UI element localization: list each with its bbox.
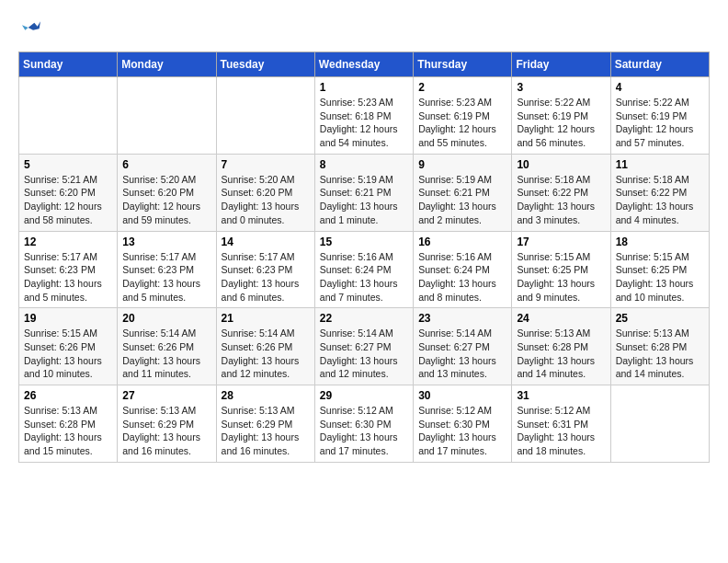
day-number: 3 — [517, 81, 605, 94]
calendar-day-cell: 29Sunrise: 5:12 AM Sunset: 6:30 PM Dayli… — [314, 385, 413, 463]
day-info: Sunrise: 5:14 AM Sunset: 6:27 PM Dayligh… — [320, 327, 408, 381]
weekday-header: Saturday — [610, 52, 709, 77]
day-number: 19 — [24, 312, 112, 325]
calendar-day-cell — [216, 77, 314, 155]
day-info: Sunrise: 5:17 AM Sunset: 6:23 PM Dayligh… — [222, 250, 310, 304]
calendar-week-row: 1Sunrise: 5:23 AM Sunset: 6:18 PM Daylig… — [19, 77, 710, 155]
day-number: 22 — [320, 312, 408, 325]
day-info: Sunrise: 5:13 AM Sunset: 6:28 PM Dayligh… — [616, 327, 704, 381]
day-info: Sunrise: 5:17 AM Sunset: 6:23 PM Dayligh… — [122, 250, 210, 304]
day-number: 18 — [616, 236, 704, 248]
day-info: Sunrise: 5:12 AM Sunset: 6:30 PM Dayligh… — [418, 404, 506, 458]
calendar-day-cell: 21Sunrise: 5:14 AM Sunset: 6:26 PM Dayli… — [216, 308, 314, 385]
day-number: 10 — [517, 158, 605, 171]
day-info: Sunrise: 5:19 AM Sunset: 6:21 PM Dayligh… — [320, 173, 408, 227]
calendar-day-cell: 22Sunrise: 5:14 AM Sunset: 6:27 PM Dayli… — [314, 308, 413, 385]
day-info: Sunrise: 5:13 AM Sunset: 6:28 PM Dayligh… — [24, 404, 112, 458]
day-info: Sunrise: 5:15 AM Sunset: 6:25 PM Dayligh… — [517, 250, 605, 304]
day-info: Sunrise: 5:14 AM Sunset: 6:26 PM Dayligh… — [122, 327, 210, 381]
day-info: Sunrise: 5:14 AM Sunset: 6:26 PM Dayligh… — [222, 327, 310, 381]
day-number: 25 — [616, 312, 704, 325]
calendar-day-cell: 6Sunrise: 5:20 AM Sunset: 6:20 PM Daylig… — [118, 154, 216, 231]
day-number: 9 — [418, 158, 506, 171]
calendar-day-cell — [610, 385, 709, 463]
svg-marker-0 — [28, 21, 40, 29]
calendar-day-cell: 31Sunrise: 5:12 AM Sunset: 6:31 PM Dayli… — [512, 385, 610, 463]
logo — [18, 18, 42, 37]
day-info: Sunrise: 5:16 AM Sunset: 6:24 PM Dayligh… — [320, 250, 408, 304]
calendar-day-cell: 4Sunrise: 5:22 AM Sunset: 6:19 PM Daylig… — [610, 77, 709, 155]
calendar-day-cell: 14Sunrise: 5:17 AM Sunset: 6:23 PM Dayli… — [216, 231, 314, 308]
day-number: 5 — [24, 158, 112, 171]
day-info: Sunrise: 5:17 AM Sunset: 6:23 PM Dayligh… — [24, 250, 112, 304]
day-info: Sunrise: 5:23 AM Sunset: 6:19 PM Dayligh… — [418, 96, 506, 150]
calendar-week-row: 5Sunrise: 5:21 AM Sunset: 6:20 PM Daylig… — [19, 154, 710, 231]
day-number: 23 — [418, 312, 506, 325]
day-number: 29 — [320, 389, 408, 402]
day-number: 1 — [320, 81, 408, 94]
day-info: Sunrise: 5:12 AM Sunset: 6:30 PM Dayligh… — [320, 404, 408, 458]
day-info: Sunrise: 5:21 AM Sunset: 6:20 PM Dayligh… — [24, 173, 112, 227]
day-number: 11 — [616, 158, 704, 171]
day-number: 28 — [222, 389, 310, 402]
calendar-day-cell: 15Sunrise: 5:16 AM Sunset: 6:24 PM Dayli… — [314, 231, 413, 308]
calendar-day-cell: 18Sunrise: 5:15 AM Sunset: 6:25 PM Dayli… — [610, 231, 709, 308]
calendar-day-cell: 23Sunrise: 5:14 AM Sunset: 6:27 PM Dayli… — [414, 308, 512, 385]
calendar-day-cell: 7Sunrise: 5:20 AM Sunset: 6:20 PM Daylig… — [216, 154, 314, 231]
calendar-day-cell: 19Sunrise: 5:15 AM Sunset: 6:26 PM Dayli… — [19, 308, 118, 385]
day-info: Sunrise: 5:20 AM Sunset: 6:20 PM Dayligh… — [222, 173, 310, 227]
weekday-header: Wednesday — [314, 52, 413, 77]
day-number: 16 — [418, 236, 506, 248]
weekday-header: Tuesday — [216, 52, 314, 77]
day-info: Sunrise: 5:16 AM Sunset: 6:24 PM Dayligh… — [418, 250, 506, 304]
calendar-day-cell: 25Sunrise: 5:13 AM Sunset: 6:28 PM Dayli… — [610, 308, 709, 385]
day-info: Sunrise: 5:22 AM Sunset: 6:19 PM Dayligh… — [517, 96, 605, 150]
day-info: Sunrise: 5:22 AM Sunset: 6:19 PM Dayligh… — [616, 96, 704, 150]
calendar-day-cell: 8Sunrise: 5:19 AM Sunset: 6:21 PM Daylig… — [314, 154, 413, 231]
day-info: Sunrise: 5:20 AM Sunset: 6:20 PM Dayligh… — [122, 173, 210, 227]
calendar-day-cell: 13Sunrise: 5:17 AM Sunset: 6:23 PM Dayli… — [118, 231, 216, 308]
day-number: 31 — [517, 389, 605, 402]
day-info: Sunrise: 5:13 AM Sunset: 6:28 PM Dayligh… — [517, 327, 605, 381]
calendar-day-cell: 20Sunrise: 5:14 AM Sunset: 6:26 PM Dayli… — [118, 308, 216, 385]
svg-marker-1 — [22, 25, 28, 29]
calendar-day-cell: 1Sunrise: 5:23 AM Sunset: 6:18 PM Daylig… — [314, 77, 413, 155]
day-info: Sunrise: 5:15 AM Sunset: 6:25 PM Dayligh… — [616, 250, 704, 304]
calendar-day-cell: 24Sunrise: 5:13 AM Sunset: 6:28 PM Dayli… — [512, 308, 610, 385]
day-number: 30 — [418, 389, 506, 402]
day-number: 24 — [517, 312, 605, 325]
day-number: 4 — [616, 81, 704, 94]
day-info: Sunrise: 5:13 AM Sunset: 6:29 PM Dayligh… — [222, 404, 310, 458]
calendar-day-cell — [118, 77, 216, 155]
weekday-header: Friday — [512, 52, 610, 77]
day-number: 7 — [222, 158, 310, 171]
day-number: 20 — [122, 312, 210, 325]
calendar-day-cell: 30Sunrise: 5:12 AM Sunset: 6:30 PM Dayli… — [414, 385, 512, 463]
day-number: 8 — [320, 158, 408, 171]
day-number: 13 — [122, 236, 210, 248]
day-info: Sunrise: 5:12 AM Sunset: 6:31 PM Dayligh… — [517, 404, 605, 458]
day-number: 26 — [24, 389, 112, 402]
calendar-day-cell: 17Sunrise: 5:15 AM Sunset: 6:25 PM Dayli… — [512, 231, 610, 308]
day-info: Sunrise: 5:23 AM Sunset: 6:18 PM Dayligh… — [320, 96, 408, 150]
calendar-day-cell — [19, 77, 118, 155]
calendar-day-cell: 5Sunrise: 5:21 AM Sunset: 6:20 PM Daylig… — [19, 154, 118, 231]
calendar-week-row: 26Sunrise: 5:13 AM Sunset: 6:28 PM Dayli… — [19, 385, 710, 463]
day-number: 6 — [122, 158, 210, 171]
day-number: 17 — [517, 236, 605, 248]
day-number: 12 — [24, 236, 112, 248]
day-info: Sunrise: 5:15 AM Sunset: 6:26 PM Dayligh… — [24, 327, 112, 381]
weekday-header: Thursday — [414, 52, 512, 77]
weekday-header: Sunday — [19, 52, 118, 77]
calendar-table: SundayMondayTuesdayWednesdayThursdayFrid… — [18, 52, 710, 463]
day-number: 21 — [222, 312, 310, 325]
weekday-header: Monday — [118, 52, 216, 77]
calendar-day-cell: 27Sunrise: 5:13 AM Sunset: 6:29 PM Dayli… — [118, 385, 216, 463]
day-info: Sunrise: 5:18 AM Sunset: 6:22 PM Dayligh… — [616, 173, 704, 227]
calendar-day-cell: 11Sunrise: 5:18 AM Sunset: 6:22 PM Dayli… — [610, 154, 709, 231]
day-info: Sunrise: 5:18 AM Sunset: 6:22 PM Dayligh… — [517, 173, 605, 227]
calendar-day-cell: 12Sunrise: 5:17 AM Sunset: 6:23 PM Dayli… — [19, 231, 118, 308]
day-number: 14 — [222, 236, 310, 248]
calendar-day-cell: 9Sunrise: 5:19 AM Sunset: 6:21 PM Daylig… — [414, 154, 512, 231]
day-info: Sunrise: 5:19 AM Sunset: 6:21 PM Dayligh… — [418, 173, 506, 227]
